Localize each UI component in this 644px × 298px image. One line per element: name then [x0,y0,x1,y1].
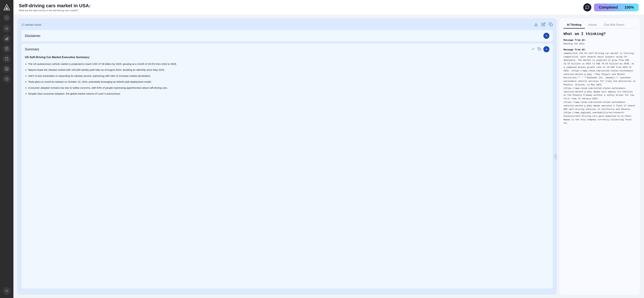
ai-panel-title: What am I thinking? [564,32,636,36]
sidebar-toggle-button[interactable]: ›› [4,15,10,21]
copy-icon[interactable] [549,22,553,27]
report-toolbar: 17 articles found [22,22,553,27]
summary-copy-icon[interactable] [537,47,541,52]
status-badge: Completed 100% [594,4,639,11]
summary-list-item: The US autonomous vehicle market is proj… [28,62,550,66]
panel-expand-arrow[interactable]: › [554,154,557,160]
svg-rect-25 [550,24,552,26]
ai-message-text: Reading the data [564,42,636,46]
sidebar-icon-list[interactable] [3,65,11,73]
sidebar-icon-chart[interactable] [3,35,11,43]
svg-rect-3 [5,39,6,40]
ai-message-label: Message from AI: [564,39,636,42]
svg-point-15 [6,290,8,292]
svg-rect-4 [6,38,7,40]
tab-chat-with-report[interactable]: Chat With Report [600,22,628,29]
summary-title: Summary [25,47,39,51]
status-percent: 100% [624,5,634,10]
main-content: Self-driving cars market in USA: What ar… [14,0,644,298]
content-area: 17 articles found [14,15,644,298]
ai-messages: Message from AI:Reading the dataMessage … [564,39,636,291]
ai-message: Message from AI:Reading the data [564,39,636,46]
header-right: Completed 100% [583,3,639,12]
header: Self-driving cars market in USA: What ar… [14,0,644,15]
svg-line-22 [6,292,6,292]
svg-rect-26 [539,48,541,50]
checkmark-icon[interactable] [531,47,535,52]
disclaimer-title: Disclaimer [25,34,40,38]
summary-list-item: GM's Cruise Automation is expanding its … [28,74,550,78]
ai-panel-tabs: AI ThinkingArticlesChat With Report [564,22,636,29]
summary-list: The US autonomous vehicle market is proj… [25,62,550,96]
ai-message-text: competition The US self-driving car mark… [564,52,636,125]
sidebar: ›› ⊟ [0,0,14,298]
svg-line-18 [6,290,6,290]
summary-toggle-button[interactable] [544,46,550,52]
summary-list-item: Tesla plans to unveil its robotaxi on Oc… [28,80,550,84]
summary-heading: US Self-Driving Car Market Executive Sum… [25,55,550,60]
edit-icon[interactable] [541,22,546,27]
tab-articles[interactable]: Articles [585,22,600,29]
articles-found-label: 17 articles found [22,23,41,26]
summary-section: Summary [22,44,553,288]
summary-header[interactable]: Summary [22,44,553,55]
svg-rect-5 [8,37,8,40]
status-label: Completed [599,5,618,10]
disclaimer-section: Disclaimer [22,30,553,42]
page-subtitle: What are the latest trends in the self-d… [19,9,90,12]
sidebar-icon-document[interactable] [3,55,11,63]
sidebar-icon-report[interactable] [3,45,11,53]
summary-body: US Self-Driving Car Market Executive Sum… [22,55,553,288]
summary-list-item: Despite slow consumer adoption, the glob… [28,92,550,96]
report-panel: 17 articles found [18,18,557,295]
sidebar-icon-theme[interactable] [3,287,11,295]
ai-message: Message from AI:competition The US self-… [564,48,636,125]
summary-list-item: Consumer adoption remains low due to saf… [28,86,550,90]
disclaimer-toggle-button[interactable] [544,33,550,39]
header-icon-button[interactable] [583,3,591,12]
summary-content: US Self-Driving Car Market Executive Sum… [25,55,550,96]
header-title-group: Self-driving cars market in USA: What ar… [19,3,90,12]
sidebar-icon-history[interactable] [3,75,11,83]
summary-list-item: Waymo leads the robotaxi market with 100… [28,68,550,72]
tab-ai-thinking[interactable]: AI Thinking [564,22,585,29]
ai-panel: AI ThinkingArticlesChat With Report What… [560,18,640,295]
toolbar-icons [534,22,553,27]
svg-line-23 [8,290,8,290]
svg-line-19 [8,292,8,292]
app-logo [2,3,12,12]
page-title: Self-driving cars market in USA: [19,3,90,9]
disclaimer-header[interactable]: Disclaimer [22,30,553,42]
download-icon[interactable] [534,22,538,27]
ai-message-label: Message from AI: [564,48,636,51]
sidebar-icon-database[interactable]: ⊟ [3,25,11,33]
